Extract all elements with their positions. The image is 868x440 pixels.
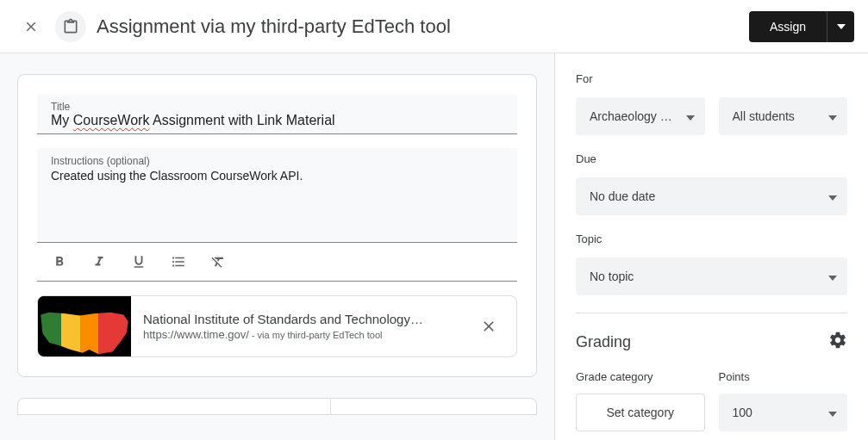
italic-icon (91, 254, 107, 270)
settings-sidebar: For Archaeology … All students Due No du… (554, 53, 868, 440)
attachment-body: National Institute of Standards and Tech… (131, 305, 468, 349)
caret-down-icon (828, 189, 837, 203)
title-input[interactable]: My CourseWork Assignment with Link Mater… (51, 113, 335, 127)
assign-dropdown-button[interactable] (827, 11, 854, 42)
close-icon (23, 19, 39, 34)
next-card-partial (17, 398, 537, 415)
clear-format-icon (210, 254, 226, 270)
grade-category-label: Grade category (576, 370, 705, 383)
attachment-card[interactable]: National Institute of Standards and Tech… (37, 295, 517, 357)
bullet-list-icon (171, 254, 186, 270)
instructions-input[interactable]: Created using the Classroom CourseWork A… (51, 169, 503, 183)
instructions-field[interactable]: Instructions (optional) Created using th… (37, 148, 517, 243)
caret-down-icon (828, 109, 837, 123)
students-dropdown[interactable]: All students (719, 97, 848, 135)
format-toolbar (37, 243, 517, 282)
spellcheck-error: CourseWork (73, 113, 150, 127)
grading-heading: Grading (576, 333, 631, 351)
topic-label: Topic (576, 232, 847, 245)
title-label: Title (51, 101, 503, 113)
page-title: Assignment via my third-party EdTech too… (97, 15, 749, 38)
italic-button[interactable] (87, 250, 111, 274)
gear-icon (828, 331, 847, 350)
assignment-editor-card: Title My CourseWork Assignment with Link… (17, 74, 537, 377)
bold-button[interactable] (47, 250, 72, 274)
caret-down-icon (686, 109, 695, 123)
points-dropdown[interactable]: 100 (719, 394, 848, 431)
underline-button[interactable] (127, 250, 151, 274)
class-dropdown[interactable]: Archaeology … (576, 97, 705, 135)
close-button[interactable] (14, 9, 48, 44)
attachment-url: https://www.time.gov/ (143, 328, 249, 341)
instructions-label: Instructions (optional) (51, 155, 503, 167)
points-label: Points (719, 370, 848, 383)
due-label: Due (576, 152, 847, 165)
attachment-thumbnail (38, 296, 131, 356)
due-date-dropdown[interactable]: No due date (576, 177, 847, 215)
assignment-type-icon (55, 11, 86, 42)
topic-dropdown[interactable]: No topic (576, 257, 847, 295)
attachment-via: - via my third-party EdTech tool (249, 330, 383, 340)
section-divider (576, 313, 847, 313)
clear-format-button[interactable] (206, 250, 230, 274)
caret-down-icon (837, 24, 846, 29)
assign-button[interactable]: Assign (749, 11, 827, 42)
bold-icon (52, 254, 67, 270)
bullet-list-button[interactable] (166, 250, 190, 274)
title-field[interactable]: Title My CourseWork Assignment with Link… (37, 94, 517, 134)
close-icon (480, 318, 497, 335)
set-category-button[interactable]: Set category (576, 394, 705, 431)
grading-settings-button[interactable] (828, 331, 847, 353)
caret-down-icon (828, 406, 837, 419)
underline-icon (131, 254, 147, 270)
attachment-title: National Institute of Standards and Tech… (143, 312, 456, 326)
remove-attachment-button[interactable] (468, 306, 509, 347)
for-label: For (576, 72, 847, 85)
caret-down-icon (828, 270, 837, 283)
